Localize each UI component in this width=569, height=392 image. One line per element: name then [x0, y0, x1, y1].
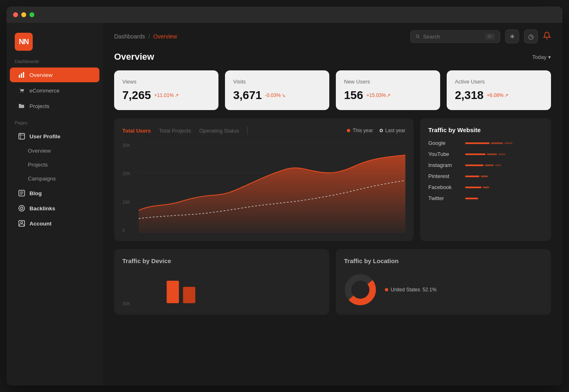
close-button[interactable] [13, 12, 18, 17]
legend-last-year: Last year [380, 128, 405, 133]
search-box[interactable]: ⌘/ [410, 30, 500, 43]
chart-area: 30K 20K 10K 0 [122, 143, 405, 233]
svg-rect-1 [21, 73, 22, 78]
website-name-google: Google [428, 140, 461, 146]
stat-change-visits: -0.03% ↘ [265, 92, 286, 98]
topbar: Dashboards / Overview ⌘/ ☀ ◷ [103, 23, 562, 50]
sidebar-item-backlinks[interactable]: Backlinks [10, 201, 99, 216]
sidebar-item-overview-sub[interactable]: Overview [10, 144, 99, 158]
title-bar [7, 7, 562, 23]
website-row-youtube: YouTube [428, 151, 543, 157]
website-name-twitter: Twitter [428, 195, 461, 201]
folder-icon [18, 102, 25, 110]
traffic-website-title: Traffic by Website [428, 126, 543, 133]
chart-legend: This year Last year [347, 128, 405, 133]
svg-point-3 [20, 92, 21, 92]
sidebar-item-projects-sub[interactable]: Projects [10, 158, 99, 171]
stat-label-views: Views [122, 79, 210, 85]
device-y-label: 30K [122, 301, 130, 306]
user-profile-label: User Profile [29, 133, 61, 140]
traffic-website-card: Traffic by Website Google YouTube [420, 118, 551, 241]
stat-value-row-visits: 3,671 -0.03% ↘ [233, 89, 321, 102]
projects-sub-label: Projects [28, 162, 48, 168]
ylabel-10k: 10K [122, 200, 139, 205]
stat-card-new-users: New Users 156 +15.03% ↗ [336, 70, 440, 110]
chart-svg-area [139, 143, 405, 233]
stat-value-visits: 3,671 [233, 89, 262, 102]
chart-yaxis: 30K 20K 10K 0 [122, 143, 139, 233]
search-input[interactable] [423, 34, 482, 40]
location-legend: United States 52.1% [385, 287, 436, 293]
stat-change-new-users: +15.03% ↗ [367, 92, 391, 98]
svg-point-12 [19, 205, 25, 211]
logo: NN [15, 33, 33, 51]
stat-label-new-users: New Users [344, 79, 432, 85]
chart-card: Total Users Total Projects Operating Sta… [114, 118, 414, 241]
user-profile-icon [18, 133, 25, 140]
page-header: Overview Today ▾ [114, 52, 551, 62]
minimize-button[interactable] [21, 12, 26, 17]
traffic-device-title: Traffic by Device [122, 257, 321, 264]
traffic-device-chart: 30K [122, 269, 321, 310]
backlinks-label: Backlinks [29, 205, 55, 212]
stat-card-active-users: Active Users 2,318 +6.08% ↗ [447, 70, 551, 110]
blog-icon [18, 189, 25, 197]
ecommerce-label: eCommerce [29, 88, 60, 94]
svg-line-17 [418, 37, 420, 38]
backlinks-icon [18, 205, 25, 212]
website-row-facebook: Facebook [428, 184, 543, 190]
notification-button[interactable] [543, 32, 551, 42]
sidebar-item-campaigns[interactable]: Campaigns [10, 172, 99, 185]
us-value: 52.1% [423, 287, 436, 293]
traffic-device-card: Traffic by Device 30K [114, 249, 329, 315]
logo-text: NN [19, 38, 29, 46]
breadcrumb-home[interactable]: Dashboards [114, 33, 145, 40]
history-button[interactable]: ◷ [524, 29, 538, 43]
theme-toggle-button[interactable]: ☀ [505, 29, 519, 43]
account-icon [18, 220, 25, 227]
svg-rect-2 [23, 72, 24, 78]
app-body: NN Dashboards Overview eCommerce [7, 23, 562, 385]
sidebar-item-overview[interactable]: Overview [10, 68, 99, 82]
stat-value-row-new-users: 156 +15.03% ↗ [344, 89, 432, 102]
stat-change-views: +11.01% ↗ [154, 92, 179, 98]
stat-label-active-users: Active Users [455, 79, 543, 85]
area-fill [139, 155, 405, 233]
main-content: Dashboards / Overview ⌘/ ☀ ◷ [103, 23, 562, 385]
legend-this-year-label: This year [353, 128, 373, 133]
page-title: Overview [114, 52, 154, 62]
legend-dot-solid [347, 129, 350, 132]
tab-total-projects[interactable]: Total Projects [159, 128, 191, 134]
topbar-actions: ☀ ◷ [505, 29, 551, 43]
stat-value-new-users: 156 [344, 89, 363, 102]
overview-sub-label: Overview [28, 148, 51, 154]
search-icon [416, 34, 420, 39]
pages-section: Pages User Profile Overview Projects Cam… [7, 120, 103, 231]
website-name-facebook: Facebook [428, 184, 461, 190]
sidebar-item-projects[interactable]: Projects [10, 99, 99, 113]
sidebar-item-ecommerce[interactable]: eCommerce [10, 83, 99, 98]
stat-card-visits: Visits 3,671 -0.03% ↘ [225, 70, 329, 110]
stat-change-active-users: +6.08% ↗ [487, 92, 508, 98]
account-label: Account [29, 221, 52, 227]
traffic-location-card: Traffic by Location United States 52 [336, 249, 551, 315]
history-icon: ◷ [528, 33, 534, 41]
sidebar-item-user-profile[interactable]: User Profile [10, 129, 99, 144]
logo-area: NN [7, 29, 103, 59]
traffic-location-chart: United States 52.1% [344, 269, 543, 310]
device-bar-1 [166, 281, 179, 303]
sun-icon: ☀ [509, 33, 515, 41]
sidebar-item-blog[interactable]: Blog [10, 186, 99, 201]
tab-operating-status[interactable]: Operating Status [199, 128, 239, 134]
website-bars-instagram [465, 164, 501, 166]
bell-icon [543, 32, 551, 40]
stat-card-views: Views 7,265 +11.01% ↗ [114, 70, 218, 110]
maximize-button[interactable] [29, 12, 34, 17]
tab-total-users[interactable]: Total Users [122, 128, 151, 134]
us-location-row: United States 52.1% [385, 287, 436, 293]
chart-section: Total Users Total Projects Operating Sta… [114, 118, 551, 241]
svg-point-16 [416, 35, 418, 37]
breadcrumb-current: Overview [153, 33, 177, 40]
sidebar-item-account[interactable]: Account [10, 216, 99, 231]
period-selector[interactable]: Today ▾ [532, 54, 551, 60]
